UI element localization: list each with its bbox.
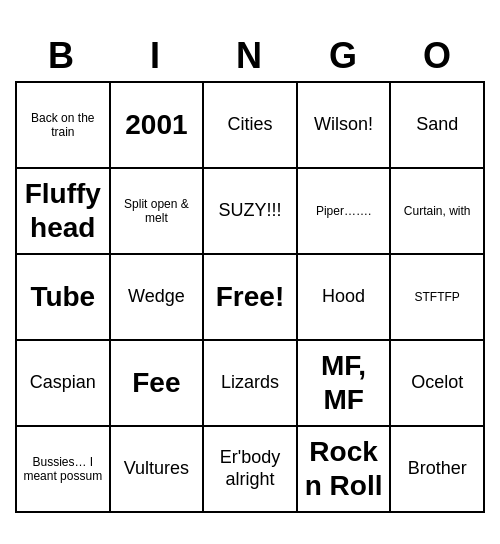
cell-r3-c0: Caspian [17,341,111,427]
cell-r1-c4: Curtain, with [391,169,485,255]
cell-r2-c0: Tube [17,255,111,341]
cell-r3-c3: MF, MF [298,341,392,427]
cell-r2-c1: Wedge [111,255,205,341]
cell-r3-c2: Lizards [204,341,298,427]
header-letter: I [109,31,203,81]
cell-r1-c1: Split open & melt [111,169,205,255]
bingo-grid: Back on the train2001CitiesWilson!SandFl… [15,81,485,513]
cell-r2-c4: STFTFP [391,255,485,341]
header-letter: N [203,31,297,81]
cell-r3-c4: Ocelot [391,341,485,427]
header-letter: G [297,31,391,81]
header-letter: B [15,31,109,81]
cell-r0-c4: Sand [391,83,485,169]
cell-r1-c3: Piper……. [298,169,392,255]
cell-r0-c2: Cities [204,83,298,169]
bingo-header: BINGO [15,31,485,81]
cell-r4-c4: Brother [391,427,485,513]
bingo-card: BINGO Back on the train2001CitiesWilson!… [15,31,485,513]
cell-r1-c0: Fluffy head [17,169,111,255]
cell-r1-c2: SUZY!!! [204,169,298,255]
header-letter: O [391,31,485,81]
cell-r0-c3: Wilson! [298,83,392,169]
cell-r4-c0: Bussies… I meant possum [17,427,111,513]
cell-r4-c3: Rock n Roll [298,427,392,513]
cell-r2-c3: Hood [298,255,392,341]
cell-r0-c0: Back on the train [17,83,111,169]
cell-r2-c2: Free! [204,255,298,341]
cell-r4-c1: Vultures [111,427,205,513]
cell-r4-c2: Er'body alright [204,427,298,513]
cell-r3-c1: Fee [111,341,205,427]
cell-r0-c1: 2001 [111,83,205,169]
